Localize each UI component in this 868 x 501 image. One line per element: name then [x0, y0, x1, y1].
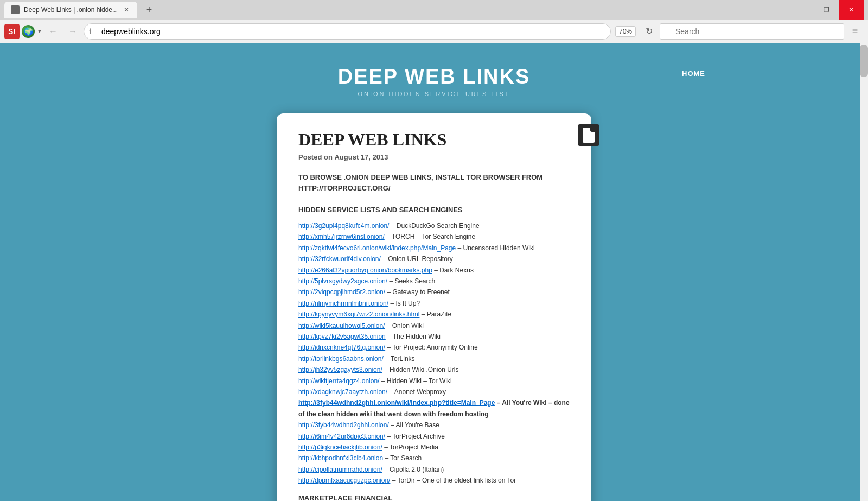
- forward-button[interactable]: →: [64, 23, 81, 40]
- list-item: http://xdagknwjc7aaytzh.onion/ – Anonet …: [298, 386, 570, 397]
- section2-header: MARKETPLACE FINANCIAL: [298, 492, 570, 501]
- earth-icon: 🌍: [22, 25, 35, 38]
- site-title: DEEP WEB LINKS: [0, 65, 868, 88]
- link-url[interactable]: http://idnxcnkne4qt76tg.onion/: [298, 344, 385, 351]
- browser-tab[interactable]: Deep Web Links | .onion hidde... ✕: [4, 2, 137, 18]
- minimize-button[interactable]: —: [789, 0, 814, 20]
- link-url[interactable]: http://wikitjerrta4qgz4.onion/: [298, 377, 379, 385]
- link-url[interactable]: http://wiki5kauuihowqi5.onion/: [298, 322, 385, 329]
- list-item: http://dppmfxaacucguzpc.onion/ – TorDir …: [298, 475, 570, 486]
- window-controls: — ❐ ✕: [789, 0, 864, 20]
- list-item: http://2vlqpcqpjlhmd5r2.onion/ – Gateway…: [298, 287, 570, 297]
- content-body: HIDDEN SERVICE LISTS AND SEARCH ENGINES …: [298, 204, 570, 501]
- link-url[interactable]: http://p3igkncehackjtib.onion/: [298, 443, 382, 451]
- title-bar: Deep Web Links | .onion hidde... ✕ + — ❐…: [0, 0, 868, 20]
- link-url[interactable]: http://torlinkbgs6aabns.onion/: [298, 355, 384, 363]
- browser-toolbar: S! 🌍 ▼ ← → ℹ 70% ↻ 🔍 ≡: [0, 20, 868, 43]
- list-item: http://cipollatnumrrahd.onion/ – Cipolla…: [298, 464, 570, 475]
- tab-favicon: [11, 5, 20, 14]
- list-item: http://kpynyvym6xqi7wrz2.onion/links.htm…: [298, 309, 570, 320]
- website-background: DEEP WEB LINKS ONION HIDDEN SERVICE URLS…: [0, 43, 868, 501]
- tab-title: Deep Web Links | .onion hidde...: [24, 6, 118, 14]
- post-date-label: Posted on: [298, 153, 333, 161]
- content-card: DEEP WEB LINKS Posted on August 17, 2013…: [277, 113, 591, 501]
- link-url[interactable]: http://3g2upl4pq8kufc4m.onion/: [298, 222, 389, 230]
- post-date: Posted on August 17, 2013: [298, 153, 570, 161]
- list-item: http://torlinkbgs6aabns.onion/ – TorLink…: [298, 353, 570, 364]
- list-item: http://wikitjerrta4qgz4.onion/ – Hidden …: [298, 376, 570, 386]
- list-item: http://p3igkncehackjtib.onion/ – TorProj…: [298, 442, 570, 453]
- document-icon: [583, 128, 595, 143]
- list-item: http://kbhpodhnfxl3clb4.onion – Tor Sear…: [298, 453, 570, 464]
- link-url[interactable]: http://dppmfxaacucguzpc.onion/: [298, 477, 390, 484]
- intro-text: TO BROWSE .ONION DEEP WEB LINKS, INSTALL…: [298, 172, 570, 193]
- site-subtitle: ONION HIDDEN SERVICE URLS LIST: [0, 91, 868, 97]
- dropdown-arrow-icon[interactable]: ▼: [37, 28, 42, 34]
- link-url[interactable]: http://32rfckwuorlf4dlv.onion/: [298, 255, 381, 263]
- list-item: http://e266al32vpuorbyg.onion/bookmarks.…: [298, 265, 570, 276]
- s-icon: S!: [4, 24, 20, 39]
- link-url[interactable]: http://cipollatnumrrahd.onion/: [298, 466, 382, 473]
- link-url[interactable]: http://2vlqpcqpjlhmd5r2.onion/: [298, 288, 385, 296]
- reload-button[interactable]: ↻: [640, 23, 658, 40]
- link-url[interactable]: http://j6im4v42ur6dpic3.onion/: [298, 433, 385, 440]
- address-container: ℹ: [84, 23, 611, 40]
- new-tab-button[interactable]: +: [142, 2, 157, 17]
- link-url[interactable]: http://3fyb44wdhnd2ghhl.onion/: [298, 421, 389, 429]
- search-input[interactable]: [660, 23, 844, 40]
- list-item: http://j6im4v42ur6dpic3.onion/ – TorProj…: [298, 431, 570, 442]
- link-url[interactable]: http://e266al32vpuorbyg.onion/bookmarks.…: [298, 267, 432, 274]
- list-item: http://3g2upl4pq8kufc4m.onion/ – DuckDuc…: [298, 220, 570, 231]
- link-url[interactable]: http://xmh57jrzrnw6insl.onion/: [298, 233, 385, 240]
- list-item: http://32rfckwuorlf4dlv.onion/ – Onion U…: [298, 253, 570, 264]
- list-item: http://jh32yv5zgayyts3.onion/ – Hidden W…: [298, 364, 570, 375]
- link-url[interactable]: http://jh32yv5zgayyts3.onion/: [298, 366, 382, 373]
- list-item: http://xmh57jrzrnw6insl.onion/ – TORCH –…: [298, 231, 570, 242]
- address-bar[interactable]: [84, 23, 611, 40]
- scrollbar-thumb[interactable]: [860, 45, 868, 77]
- list-item: http://kpvz7ki2v5agwt35.onion – The Hidd…: [298, 331, 570, 342]
- list-item: http://3fyb44wdhnd2ghhl.onion/wiki/index…: [298, 397, 570, 420]
- search-container: 🔍: [660, 23, 844, 40]
- back-button[interactable]: ←: [44, 23, 62, 40]
- link-url[interactable]: http://kbhpodhnfxl3clb4.onion: [298, 454, 383, 462]
- tab-close-button[interactable]: ✕: [122, 5, 131, 14]
- list-item: http://zqktlwi4fecvo6ri.onion/wiki/index…: [298, 243, 570, 253]
- menu-button[interactable]: ≡: [846, 23, 864, 40]
- link-url[interactable]: http://kpvz7ki2v5agwt35.onion: [298, 333, 386, 340]
- link-url[interactable]: http://xdagknwjc7aaytzh.onion/: [298, 388, 387, 396]
- link-url[interactable]: http://zqktlwi4fecvo6ri.onion/wiki/index…: [298, 244, 456, 252]
- site-header: DEEP WEB LINKS ONION HIDDEN SERVICE URLS…: [0, 54, 868, 113]
- post-title: DEEP WEB LINKS: [298, 130, 570, 150]
- link-url[interactable]: http://5plvrsgydwy2sgce.onion/: [298, 277, 387, 285]
- browser-icons: S!: [4, 24, 20, 39]
- link-url[interactable]: http://nlmymchrmnlmbnii.onion/: [298, 300, 388, 307]
- post-date-value: August 17, 2013: [334, 153, 388, 161]
- section1-header: HIDDEN SERVICE LISTS AND SEARCH ENGINES: [298, 204, 570, 216]
- list-item: http://5plvrsgydwy2sgce.onion/ – Seeks S…: [298, 276, 570, 287]
- zoom-indicator[interactable]: 70%: [615, 26, 636, 37]
- home-nav-link[interactable]: HOME: [682, 69, 705, 78]
- info-icon: ℹ: [89, 27, 92, 36]
- list-item: http://3fyb44wdhnd2ghhl.onion/ – All You…: [298, 420, 570, 430]
- list-item: http://nlmymchrmnlmbnii.onion/ – Is It U…: [298, 298, 570, 309]
- link-url[interactable]: http://kpynyvym6xqi7wrz2.onion/links.htm…: [298, 310, 419, 318]
- card-icon: [578, 124, 599, 146]
- scrollbar[interactable]: [860, 43, 868, 501]
- list-item: http://wiki5kauuihowqi5.onion/ – Onion W…: [298, 320, 570, 331]
- link-url[interactable]: http://3fyb44wdhnd2ghhl.onion/wiki/index…: [298, 399, 495, 407]
- list-item: http://idnxcnkne4qt76tg.onion/ – Tor Pro…: [298, 342, 570, 353]
- close-button[interactable]: ✕: [839, 0, 864, 20]
- maximize-button[interactable]: ❐: [814, 0, 839, 20]
